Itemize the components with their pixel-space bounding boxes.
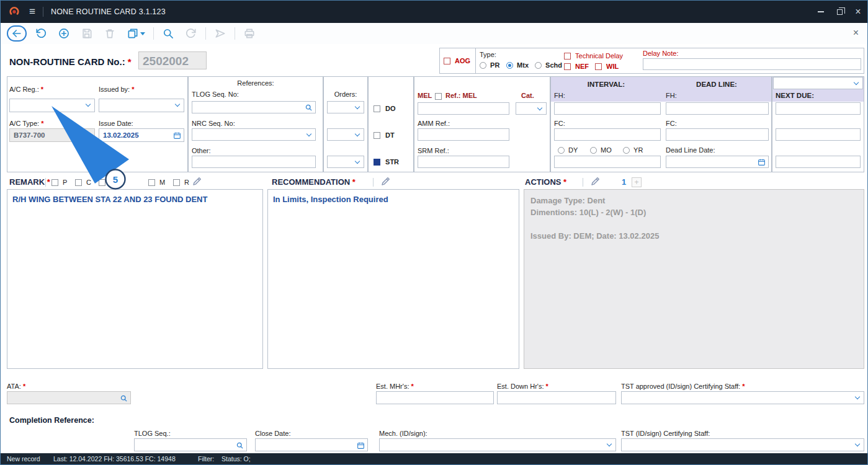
remark-checkbox-c[interactable]: C (75, 179, 91, 186)
search-button[interactable] (159, 25, 177, 42)
undo-button[interactable] (32, 25, 50, 42)
actions-add-page-button[interactable]: + (632, 177, 642, 187)
issued-by-select[interactable] (99, 99, 184, 112)
ac-reg-select[interactable] (9, 99, 95, 112)
remark-checkbox-p[interactable]: P (51, 179, 67, 186)
radio-dy-icon[interactable] (558, 147, 565, 154)
radio-schd-icon[interactable] (535, 62, 542, 69)
interval-fh-input[interactable] (554, 102, 661, 115)
interval-fc-input[interactable] (554, 128, 661, 141)
aog-checkbox[interactable]: AOG (444, 57, 470, 64)
chevron-down-icon[interactable] (355, 131, 360, 136)
amm-ref-input[interactable] (418, 128, 509, 141)
remark-textarea[interactable]: R/H WING BETWEEN STA 22 AND 23 FOUND DEN… (7, 189, 263, 369)
copy-button[interactable] (124, 25, 148, 42)
est-down-input[interactable] (497, 391, 616, 404)
issue-date-input[interactable]: 13.02.2025 (99, 128, 184, 142)
calendar-icon[interactable] (758, 158, 766, 166)
search-icon[interactable] (236, 441, 244, 450)
add-button[interactable] (55, 25, 73, 42)
wil-checkbox[interactable]: WIL (595, 63, 619, 70)
radio-mo-icon[interactable] (590, 147, 597, 154)
interval-radio-dy[interactable]: DY (558, 146, 578, 154)
recommendation-textarea[interactable]: In Limits, Inspection Required (267, 189, 519, 369)
actions-page-1[interactable]: 1 (622, 177, 626, 187)
technical-delay-checkbox-box[interactable] (564, 53, 571, 60)
str-checkbox-box[interactable] (374, 159, 380, 166)
type-radio-pr[interactable]: PR (480, 61, 499, 69)
mech-select[interactable] (379, 438, 616, 451)
print-button[interactable] (241, 25, 258, 42)
remark-m-box[interactable] (148, 179, 155, 186)
other-input[interactable] (192, 156, 316, 168)
chevron-down-icon[interactable] (355, 159, 360, 164)
type-radio-schd[interactable]: Schd (535, 61, 562, 69)
remark-edit-button[interactable] (192, 175, 204, 188)
chevron-down-icon[interactable] (855, 441, 860, 446)
close-view-button[interactable]: × (853, 27, 859, 39)
srm-ref-input[interactable] (418, 156, 509, 168)
ata-input[interactable] (7, 391, 131, 404)
do-checkbox-box[interactable] (374, 105, 380, 112)
do-checkbox[interactable]: DO (374, 105, 396, 112)
remark-t-box[interactable] (99, 179, 105, 186)
search-icon[interactable] (305, 104, 313, 112)
chevron-down-icon[interactable] (537, 105, 542, 110)
dt-checkbox-box[interactable] (374, 132, 380, 139)
next-due-fh-input[interactable] (776, 102, 861, 115)
next-due-date-input[interactable] (776, 156, 861, 168)
refresh-button[interactable] (182, 25, 200, 42)
orders-select-1[interactable] (327, 101, 364, 113)
nef-checkbox-box[interactable] (564, 63, 571, 70)
completion-tst-select[interactable] (621, 438, 864, 451)
copy-dropdown-caret-icon[interactable] (140, 32, 145, 35)
dt-checkbox[interactable]: DT (374, 131, 395, 139)
remark-checkbox-r[interactable]: R (173, 179, 189, 186)
orders-select-2[interactable] (327, 128, 364, 141)
send-button[interactable] (212, 25, 229, 42)
nrc-seq-select[interactable] (192, 128, 316, 141)
str-checkbox[interactable]: STR (374, 158, 399, 166)
radio-mtx-icon[interactable] (506, 62, 513, 69)
aog-checkbox-box[interactable] (444, 58, 450, 64)
radio-yr-icon[interactable] (623, 147, 630, 154)
close-date-input[interactable] (255, 438, 368, 451)
est-mhrs-input[interactable] (376, 391, 494, 404)
chevron-down-icon[interactable] (854, 80, 859, 85)
minimize-button[interactable] (812, 1, 830, 23)
mel-checkbox-box[interactable] (435, 93, 442, 100)
deadline-fc-input[interactable] (666, 128, 769, 141)
calendar-icon[interactable] (173, 131, 181, 140)
restore-button[interactable] (830, 1, 849, 23)
chevron-down-icon[interactable] (306, 131, 311, 136)
tlog-seq-input[interactable] (192, 101, 316, 113)
deadline-fh-input[interactable] (666, 102, 769, 115)
mel-ref-input[interactable] (418, 102, 509, 115)
recommendation-edit-button[interactable] (380, 175, 393, 188)
cat-select[interactable] (516, 102, 547, 115)
technical-delay-checkbox[interactable]: Technical Delay (564, 52, 623, 60)
interval-radio-yr[interactable]: YR (623, 146, 643, 154)
next-due-select[interactable] (773, 77, 863, 89)
radio-pr-icon[interactable] (480, 62, 486, 69)
remark-p-box[interactable] (51, 179, 58, 186)
chevron-down-icon[interactable] (607, 441, 612, 446)
deadline-date-input[interactable] (666, 156, 769, 168)
back-button[interactable] (7, 25, 27, 42)
save-button[interactable] (78, 25, 96, 42)
remark-checkbox-t[interactable]: T (99, 179, 114, 186)
wil-checkbox-box[interactable] (595, 63, 602, 70)
menu-icon[interactable]: ≡ (29, 6, 35, 18)
next-due-fc-input[interactable] (776, 128, 861, 141)
type-radio-mtx[interactable]: Mtx (506, 61, 529, 69)
completion-tlog-input[interactable] (134, 438, 247, 451)
tst-approved-select[interactable] (621, 391, 864, 404)
interval-period-input[interactable] (554, 156, 661, 168)
actions-edit-button[interactable] (590, 175, 602, 188)
remark-r-box[interactable] (173, 179, 180, 186)
orders-select-3[interactable] (327, 156, 364, 168)
close-window-button[interactable]: × (849, 1, 867, 23)
delay-note-input[interactable] (643, 58, 861, 70)
remark-checkbox-m[interactable]: M (148, 179, 165, 186)
calendar-icon[interactable] (357, 441, 365, 450)
